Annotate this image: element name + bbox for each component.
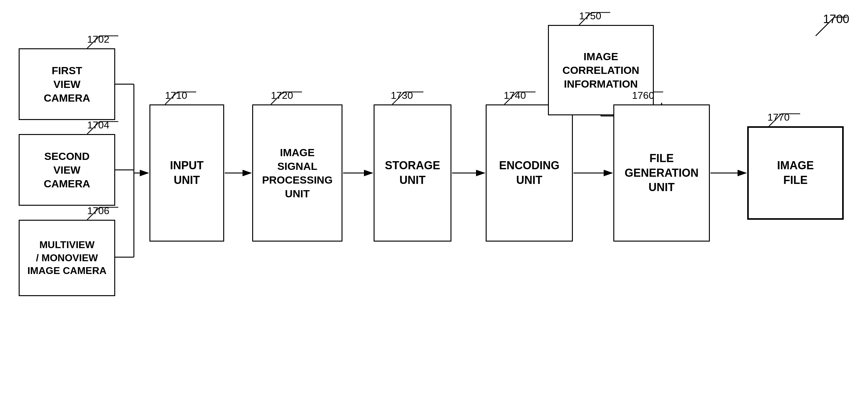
image-signal-processing-unit-block: IMAGESIGNALPROCESSINGUNIT (252, 105, 342, 242)
storage-unit-number: 1730 (391, 90, 413, 101)
file-generation-unit-block: FILEGENERATIONUNIT (613, 105, 710, 242)
multiview-camera-block: MULTIVIEW/ MONOVIEWIMAGE CAMERA (19, 220, 115, 296)
second-view-camera-number: 1704 (87, 119, 109, 131)
second-view-camera-block: SECONDVIEWCAMERA (19, 134, 115, 206)
encoding-unit-number: 1740 (504, 90, 526, 101)
image-file-number: 1770 (768, 112, 789, 123)
diagram-number-label: 1700 (823, 12, 849, 26)
input-unit-number: 1710 (165, 90, 187, 101)
image-signal-processing-unit-number: 1720 (271, 90, 293, 101)
image-correlation-information-block: IMAGECORRELATIONINFORMATION (548, 25, 654, 115)
image-file-block: IMAGEFILE (747, 126, 844, 220)
first-view-camera-number: 1702 (87, 34, 109, 45)
input-unit-block: INPUTUNIT (150, 105, 224, 242)
file-generation-unit-number: 1760 (632, 90, 654, 101)
first-view-camera-block: FIRSTVIEWCAMERA (19, 48, 115, 120)
encoding-unit-block: ENCODINGUNIT (486, 105, 573, 242)
multiview-camera-number: 1706 (87, 205, 109, 217)
image-correlation-information-number: 1750 (579, 10, 601, 22)
storage-unit-block: STORAGEUNIT (374, 105, 452, 242)
diagram-container: 1700 FIRSTVIEWCAMERA 1702 SECONDVIEWCAME… (0, 0, 868, 394)
